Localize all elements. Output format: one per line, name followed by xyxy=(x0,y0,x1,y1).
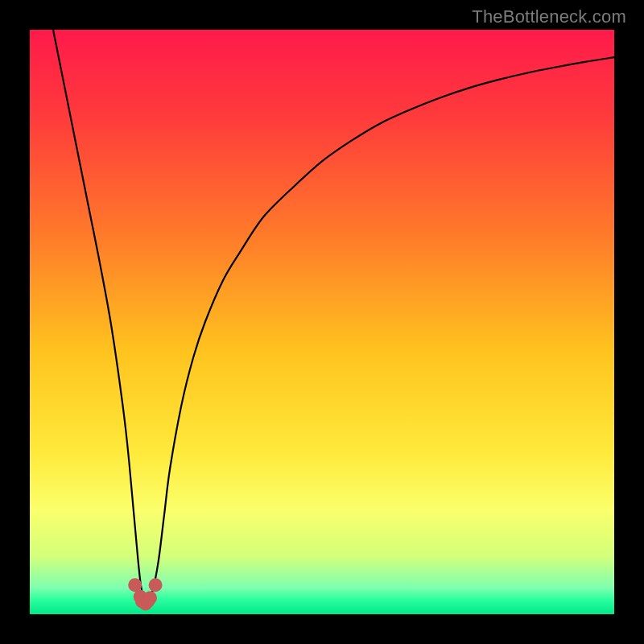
plot-area xyxy=(30,30,614,614)
chart-canvas xyxy=(30,30,614,614)
minimum-marker xyxy=(128,578,142,592)
chart-frame: TheBottleneck.com xyxy=(0,0,644,644)
minimum-marker xyxy=(143,591,157,605)
minimum-marker xyxy=(149,578,163,592)
watermark-text: TheBottleneck.com xyxy=(472,6,626,27)
gradient-background xyxy=(30,30,614,614)
